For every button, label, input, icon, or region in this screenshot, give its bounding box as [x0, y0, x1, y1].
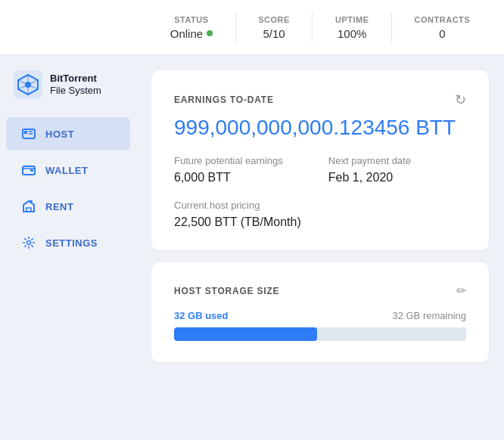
contracts-value: 0: [439, 27, 445, 40]
sidebar-item-wallet-label: WALLET: [45, 165, 88, 176]
svg-point-9: [27, 241, 31, 245]
logo-text-bottom: File System: [50, 85, 101, 97]
score-stat: SCORE 5/10: [258, 15, 290, 40]
logo-text: BitTorrent File System: [50, 73, 101, 96]
storage-remaining-label: 32 GB remaining: [392, 310, 466, 321]
main-layout: BitTorrent File System HOST: [0, 55, 504, 440]
contracts-label: CONTRACTS: [415, 15, 471, 24]
pricing-label: Current host pricing: [174, 200, 466, 211]
sidebar-item-host-label: HOST: [45, 129, 74, 140]
stat-divider-3: [391, 12, 392, 42]
future-earnings-label: Future potential earnings: [174, 155, 283, 166]
rent-icon: [21, 199, 36, 214]
uptime-value: 100%: [338, 27, 366, 40]
svg-rect-3: [24, 131, 27, 134]
uptime-stat: UPTIME 100%: [335, 15, 369, 40]
content-area: EARNINGS TO-DATE ↻ 999,000,000,000.12345…: [136, 55, 504, 440]
sidebar-item-settings[interactable]: SETTINGS: [6, 226, 130, 259]
storage-bar-background: [174, 327, 466, 341]
next-payment-item: Next payment date Feb 1, 2020: [328, 155, 411, 184]
earnings-card-title: EARNINGS TO-DATE: [174, 95, 274, 105]
stat-divider-2: [312, 12, 313, 42]
svg-rect-7: [30, 169, 33, 172]
sidebar-item-host[interactable]: HOST: [6, 117, 130, 150]
sidebar: BitTorrent File System HOST: [0, 55, 136, 440]
status-stat: STATUS Online: [170, 15, 213, 40]
storage-labels: 32 GB used 32 GB remaining: [174, 310, 466, 321]
earnings-card-header: EARNINGS TO-DATE ↻: [174, 91, 466, 108]
storage-card: HOST STORAGE SIZE ✏ 32 GB used 32 GB rem…: [151, 262, 489, 362]
storage-card-header: HOST STORAGE SIZE ✏: [174, 284, 466, 298]
next-payment-label: Next payment date: [328, 155, 411, 166]
online-indicator: [207, 30, 213, 36]
edit-icon[interactable]: ✏: [456, 284, 466, 298]
earnings-details: Future potential earnings 6,000 BTT Next…: [174, 155, 466, 184]
gear-icon: [21, 235, 36, 250]
pricing-section: Current host pricing 22,500 BTT (TB/Mont…: [174, 200, 466, 229]
score-label: SCORE: [258, 15, 290, 24]
storage-card-title: HOST STORAGE SIZE: [174, 286, 279, 296]
logo-text-top: BitTorrent: [50, 73, 101, 85]
pricing-value: 22,500 BTT (TB/Month): [174, 215, 466, 229]
status-value: Online: [170, 27, 213, 40]
future-earnings-item: Future potential earnings 6,000 BTT: [174, 155, 283, 184]
top-bar-stats: STATUS Online SCORE 5/10 UPTIME 100% CON…: [159, 12, 481, 42]
svg-point-1: [25, 82, 31, 88]
status-label: STATUS: [174, 15, 208, 24]
logo-area: BitTorrent File System: [0, 70, 136, 114]
storage-bar-fill: [174, 327, 317, 341]
sidebar-item-rent[interactable]: RENT: [6, 190, 130, 223]
earnings-card: EARNINGS TO-DATE ↻ 999,000,000,000.12345…: [151, 70, 489, 250]
sidebar-item-settings-label: SETTINGS: [45, 237, 98, 249]
score-value: 5/10: [263, 27, 285, 40]
sidebar-item-rent-label: RENT: [45, 201, 73, 212]
logo-icon: [14, 70, 42, 99]
earnings-amount: 999,000,000,000.123456 BTT: [174, 116, 466, 140]
next-payment-value: Feb 1, 2020: [328, 171, 411, 184]
sidebar-item-wallet[interactable]: WALLET: [6, 153, 130, 187]
host-icon: [21, 126, 36, 141]
wallet-icon: [21, 163, 36, 178]
future-earnings-value: 6,000 BTT: [174, 171, 283, 184]
refresh-icon[interactable]: ↻: [455, 91, 466, 108]
stat-divider: [235, 12, 236, 42]
storage-used-label: 32 GB used: [174, 310, 229, 321]
uptime-label: UPTIME: [335, 15, 369, 24]
top-bar: STATUS Online SCORE 5/10 UPTIME 100% CON…: [0, 0, 504, 55]
contracts-stat: CONTRACTS 0: [415, 15, 471, 40]
